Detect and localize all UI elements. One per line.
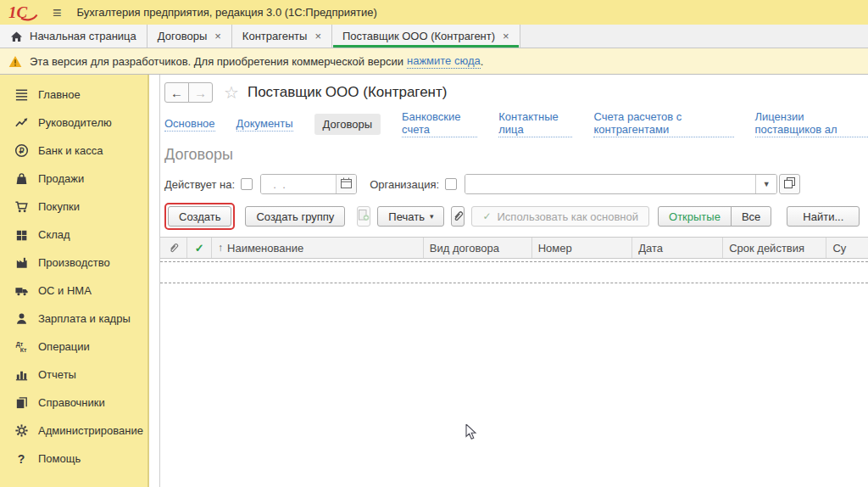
banner-text: Эта версия для разработчиков. Для приобр…	[30, 55, 403, 68]
sidebar-item-label: Главное	[38, 88, 81, 101]
sidebar-item-administration[interactable]: Администрирование	[0, 417, 147, 445]
back-button[interactable]: ←	[164, 82, 189, 103]
sidebar-item-label: Покупки	[38, 200, 80, 213]
sidebar-item-label: Руководителю	[38, 116, 112, 129]
nav-link-osnovnoe[interactable]: Основное	[164, 117, 215, 132]
nav-link-scheta-raschetov[interactable]: Счета расчетов с контрагентами	[593, 110, 733, 137]
dropdown-arrow-icon[interactable]: ▼	[755, 175, 776, 193]
column-header-sum[interactable]: Су	[826, 238, 868, 258]
main-flag-column-header[interactable]: ✓	[187, 238, 212, 258]
gear-icon	[13, 423, 30, 439]
copy-document-icon	[358, 209, 370, 224]
tab-label: Договоры	[158, 30, 207, 42]
organization-input[interactable]	[465, 175, 755, 193]
open-list-button[interactable]	[779, 174, 800, 194]
sidebar-item-reports[interactable]: Отчеты	[0, 361, 147, 389]
forward-button[interactable]: →	[188, 82, 213, 103]
date-input[interactable]	[261, 175, 336, 193]
tab-bar: Начальная страница Договоры × Контрагент…	[0, 25, 868, 48]
annotation-highlight: Создать	[164, 203, 235, 230]
app-window: 1С ≡ Бухгалтерия предприятия, редакция 3…	[0, 0, 868, 487]
close-icon[interactable]: ×	[503, 30, 509, 42]
nav-link-litsenzii[interactable]: Лицензии поставщиков ал	[755, 110, 868, 137]
column-header-number[interactable]: Номер	[532, 238, 632, 258]
nav-link-bankovskie-scheta[interactable]: Банковские счета	[402, 110, 477, 137]
sidebar-item-label: Администрирование	[38, 424, 143, 437]
sidebar-item-directories[interactable]: Справочники	[0, 389, 147, 417]
sidebar-item-fixed-assets[interactable]: ОС и НМА	[0, 277, 147, 305]
svg-text:₽: ₽	[19, 146, 24, 155]
purchase-link[interactable]: нажмите сюда	[407, 54, 481, 69]
bag-icon	[13, 171, 30, 188]
close-icon[interactable]: ×	[314, 30, 321, 42]
nav-link-dogovory[interactable]: Договоры	[314, 114, 381, 135]
question-icon: ?	[13, 451, 30, 467]
column-header-date[interactable]: Дата	[632, 238, 723, 258]
valid-on-checkbox[interactable]	[241, 178, 253, 190]
sidebar-item-main[interactable]: Главное	[0, 81, 147, 109]
column-label: Срок действия	[729, 242, 804, 255]
tab-kontragenty[interactable]: Контрагенты ×	[232, 25, 332, 48]
view-switch: Открытые Все	[658, 206, 771, 227]
use-as-main-button[interactable]: ✓ Использовать как основной	[471, 206, 649, 227]
use-as-main-label: Использовать как основной	[498, 210, 639, 223]
ruble-coin-icon: ₽	[13, 143, 30, 160]
developer-version-banner: Эта версия для разработчиков. Для приобр…	[0, 48, 868, 75]
section-title: Договоры	[164, 146, 868, 164]
sidebar-item-bank-cash[interactable]: ₽ Банк и касса	[0, 137, 147, 165]
factory-icon	[13, 255, 30, 271]
main-menu-icon[interactable]: ≡	[53, 5, 62, 20]
nav-link-kontaktnye-litsa[interactable]: Контактные лица	[498, 110, 572, 137]
tab-dogovory[interactable]: Договоры ×	[147, 25, 232, 48]
paperclip-icon	[452, 209, 464, 224]
sidebar-item-purchases[interactable]: Покупки	[0, 193, 147, 221]
print-label: Печать	[388, 210, 425, 223]
sidebar-item-operations[interactable]: ДтКт Операции	[0, 333, 147, 361]
attachment-column-header[interactable]	[160, 238, 187, 258]
organization-field: ▼	[465, 174, 777, 194]
column-header-name[interactable]: ↑ Наименование	[212, 238, 424, 258]
close-icon[interactable]: ×	[214, 30, 221, 42]
sidebar-item-help[interactable]: ? Помощь	[0, 445, 147, 473]
menu-lines-icon	[13, 87, 30, 104]
favorite-star-icon[interactable]: ☆	[224, 82, 239, 103]
find-button[interactable]: Найти...	[787, 206, 860, 227]
sidebar-item-sales[interactable]: Продажи	[0, 165, 147, 193]
empty-table-row[interactable]	[159, 261, 868, 283]
open-contracts-toggle[interactable]: Открытые	[658, 206, 732, 227]
create-group-button[interactable]: Создать группу	[245, 206, 345, 227]
copy-button[interactable]	[357, 206, 370, 227]
sidebar-item-production[interactable]: Производство	[0, 249, 147, 277]
all-contracts-toggle[interactable]: Все	[731, 206, 771, 227]
nav-link-dokumenty[interactable]: Документы	[236, 117, 293, 132]
sidebar-item-warehouse[interactable]: Склад	[0, 221, 147, 249]
sidebar-item-manager[interactable]: Руководителю	[0, 109, 147, 137]
sidebar-item-salary-hr[interactable]: Зарплата и кадры	[0, 305, 147, 333]
sidebar-item-label: Операции	[38, 340, 90, 353]
sidebar-item-label: Продажи	[38, 172, 84, 185]
tab-postavshchik[interactable]: Поставщик ООО (Контрагент) ×	[332, 25, 520, 48]
check-icon: ✓	[482, 210, 491, 222]
create-button[interactable]: Создать	[168, 206, 231, 227]
attachments-button[interactable]	[451, 206, 465, 227]
sidebar-item-label: Отчеты	[38, 368, 76, 381]
blocks-icon	[13, 227, 30, 244]
form-nav-links: Основное Документы Договоры Банковские с…	[164, 113, 868, 135]
trend-icon	[13, 115, 30, 132]
column-header-term[interactable]: Срок действия	[723, 238, 826, 258]
form-area: ← → ☆ Поставщик ООО (Контрагент) Основно…	[159, 75, 868, 487]
check-icon: ✓	[195, 242, 204, 255]
warning-icon	[8, 55, 22, 68]
sidebar-item-label: Склад	[38, 228, 70, 241]
column-header-kind[interactable]: Вид договора	[424, 238, 532, 258]
page-title: Поставщик ООО (Контрагент)	[248, 84, 448, 101]
valid-on-label: Действует на:	[164, 178, 235, 191]
print-button[interactable]: Печать ▾	[377, 206, 444, 227]
organization-checkbox[interactable]	[445, 178, 457, 190]
sidebar-item-label: Зарплата и кадры	[38, 312, 131, 325]
tab-home[interactable]: Начальная страница	[0, 25, 147, 48]
bar-chart-icon	[13, 367, 30, 383]
titlebar: 1С ≡ Бухгалтерия предприятия, редакция 3…	[0, 0, 868, 25]
calendar-button[interactable]	[336, 175, 356, 193]
mouse-cursor	[465, 424, 479, 444]
